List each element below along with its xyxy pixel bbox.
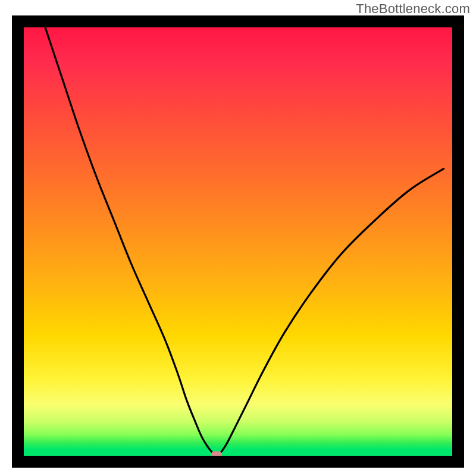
figure-canvas: TheBottleneck.com (0, 0, 476, 476)
plot-gradient-background (24, 27, 452, 456)
bottleneck-curve (45, 27, 444, 455)
plot-frame (12, 15, 464, 468)
curve-svg (24, 27, 452, 456)
watermark-text: TheBottleneck.com (356, 1, 470, 17)
min-marker (211, 451, 222, 456)
